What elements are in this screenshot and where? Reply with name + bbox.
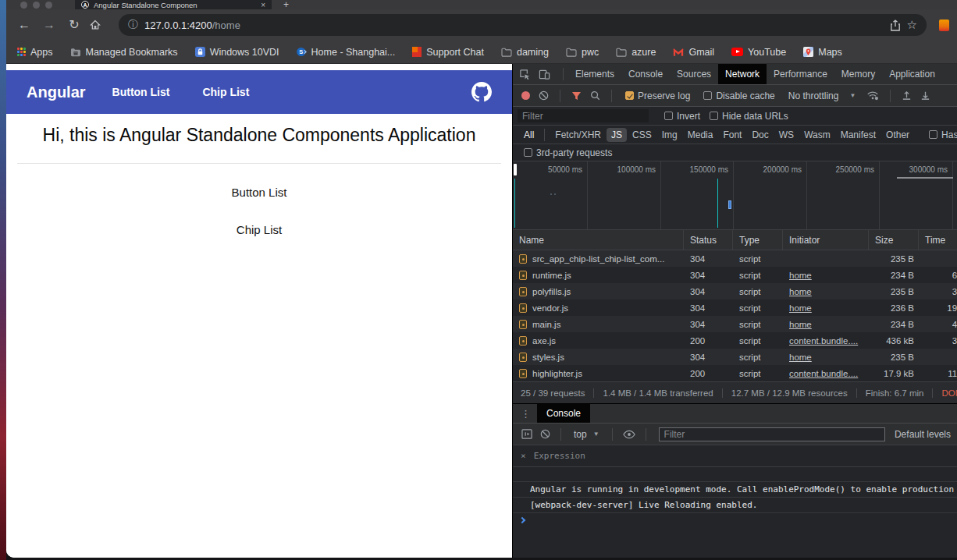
network-filter-input[interactable]: [518, 109, 649, 122]
traffic-light-zoom[interactable]: [45, 2, 52, 9]
traffic-light-minimize[interactable]: [33, 2, 40, 9]
col-type[interactable]: Type: [733, 230, 783, 250]
share-icon[interactable]: [890, 19, 901, 31]
has-blocked-cookies-checkbox[interactable]: Has blocked cookies: [929, 129, 957, 140]
disable-cache-checkbox[interactable]: Disable cache: [703, 90, 774, 101]
initiator-link[interactable]: home: [789, 320, 812, 329]
reload-button[interactable]: ↻: [64, 19, 84, 31]
record-network-log-icon[interactable]: [521, 91, 530, 100]
github-icon[interactable]: [471, 82, 492, 102]
page-info-icon[interactable]: ⓘ: [128, 18, 138, 32]
link-chip-list[interactable]: Chip List: [6, 223, 512, 236]
extension-icon[interactable]: [939, 19, 949, 31]
home-button[interactable]: [89, 19, 109, 31]
type-filter-font[interactable]: Font: [718, 128, 746, 142]
col-initiator[interactable]: Initiator: [783, 230, 869, 250]
col-status[interactable]: Status: [684, 230, 733, 250]
bookmark-youtube[interactable]: YouTube: [731, 47, 786, 58]
bookmark-managed-bookmarks[interactable]: Managed Bookmarks: [70, 47, 178, 58]
new-tab-button[interactable]: +: [283, 0, 289, 10]
bookmark-folder-pwc[interactable]: pwc: [566, 47, 599, 58]
initiator-link[interactable]: content.bundle....: [789, 336, 858, 346]
preserve-log-checkbox[interactable]: Preserve log: [625, 90, 690, 101]
col-size[interactable]: Size: [869, 230, 919, 250]
table-row[interactable]: axe.js 200 script content.bundle.... 436…: [513, 332, 957, 349]
tab-performance[interactable]: Performance: [767, 64, 834, 85]
nav-chip-list[interactable]: Chip List: [202, 86, 249, 98]
network-conditions-icon[interactable]: [866, 90, 879, 101]
import-har-icon[interactable]: [902, 90, 912, 101]
clear-console-icon[interactable]: [540, 429, 550, 439]
tab-elements[interactable]: Elements: [568, 64, 621, 85]
browser-tab[interactable]: A Angular Standalone Componen ×: [75, 0, 272, 9]
bookmark-home-sharepoint[interactable]: S Home - Shanghai...: [297, 47, 396, 58]
live-expression-row[interactable]: × Expression: [513, 445, 957, 467]
invert-checkbox[interactable]: Invert: [664, 111, 700, 122]
inspect-element-icon[interactable]: [519, 69, 531, 80]
bookmark-folder-azure[interactable]: azure: [616, 47, 656, 58]
device-toolbar-icon[interactable]: [539, 69, 550, 80]
type-filter-img[interactable]: Img: [657, 128, 682, 142]
type-filter-doc[interactable]: Doc: [747, 128, 773, 142]
more-options-icon[interactable]: ⋮: [521, 408, 531, 420]
bookmark-apps[interactable]: Apps: [17, 47, 53, 58]
console-sidebar-icon[interactable]: [521, 429, 532, 439]
initiator-link[interactable]: home: [789, 353, 812, 362]
tab-application[interactable]: Application: [882, 64, 942, 85]
type-filter-js[interactable]: JS: [607, 128, 627, 142]
link-button-list[interactable]: Button List: [6, 186, 512, 199]
bookmark-star-icon[interactable]: ☆: [907, 18, 917, 32]
initiator-link[interactable]: home: [789, 271, 812, 280]
initiator-link[interactable]: content.bundle....: [789, 369, 858, 378]
close-icon[interactable]: ×: [521, 451, 526, 461]
col-name[interactable]: Name: [513, 230, 684, 250]
type-filter-other[interactable]: Other: [881, 128, 914, 142]
filter-icon[interactable]: [571, 91, 582, 101]
timeline-selection-handle[interactable]: [514, 164, 517, 175]
back-button[interactable]: ←: [14, 19, 34, 31]
type-filter-wasm[interactable]: Wasm: [799, 128, 835, 142]
bookmark-folder-daming[interactable]: daming: [501, 47, 549, 58]
type-filter-ws[interactable]: WS: [774, 128, 799, 142]
type-filter-fetch-xhr[interactable]: Fetch/XHR: [550, 128, 606, 142]
bookmark-support-chat[interactable]: Support Chat: [412, 47, 484, 58]
export-har-icon[interactable]: [920, 90, 930, 101]
forward-button[interactable]: →: [39, 19, 59, 31]
live-expression-eye-icon[interactable]: [623, 430, 635, 439]
network-overview-timeline[interactable]: 50000 ms 100000 ms 150000 ms 200000 ms 2…: [513, 161, 957, 230]
table-row[interactable]: highlighter.js 200 script content.bundle…: [513, 365, 957, 381]
tab-network[interactable]: Network: [718, 64, 767, 85]
type-filter-all[interactable]: All: [519, 128, 539, 142]
third-party-requests-checkbox[interactable]: 3rd-party requests: [524, 147, 612, 158]
table-row[interactable]: styles.js 304 script home 235 B 4 ms: [513, 349, 957, 365]
console-filter-input[interactable]: [659, 427, 885, 441]
tab-close-icon[interactable]: ×: [261, 1, 265, 9]
search-icon[interactable]: [590, 90, 600, 101]
type-filter-media[interactable]: Media: [683, 128, 718, 142]
bookmark-gmail[interactable]: Gmail: [673, 47, 714, 58]
bookmark-windows-10vdi[interactable]: Windows 10VDI: [195, 47, 279, 58]
table-row[interactable]: vendor.js 304 script home 236 B 197 ms: [513, 299, 957, 316]
type-filter-css[interactable]: CSS: [628, 128, 656, 142]
table-row[interactable]: main.js 304 script home 234 B 44 ms: [513, 316, 957, 332]
console-prompt[interactable]: [513, 513, 957, 526]
address-bar[interactable]: ⓘ 127.0.0.1:4200/home ☆: [119, 14, 927, 36]
nav-button-list[interactable]: Button List: [112, 86, 170, 98]
traffic-light-close[interactable]: [20, 2, 27, 9]
table-row[interactable]: src_app_chip-list_chip-list_com... 304 s…: [513, 250, 957, 267]
initiator-link[interactable]: home: [789, 303, 812, 313]
tab-sources[interactable]: Sources: [670, 64, 718, 85]
clear-network-log-icon[interactable]: [539, 90, 549, 101]
initiator-link[interactable]: home: [789, 287, 812, 296]
type-filter-manifest[interactable]: Manifest: [836, 128, 881, 142]
hide-data-urls-checkbox[interactable]: Hide data URLs: [710, 111, 788, 122]
execution-context-dropdown[interactable]: top ▼: [574, 429, 599, 440]
console-drawer-tab[interactable]: Console: [537, 403, 590, 424]
tab-console[interactable]: Console: [621, 64, 670, 85]
log-levels-dropdown[interactable]: Default levels: [895, 429, 951, 440]
throttling-dropdown[interactable]: No throttling ▼: [788, 90, 856, 101]
col-time[interactable]: Time: [919, 230, 957, 250]
tab-memory[interactable]: Memory: [834, 64, 882, 85]
table-row[interactable]: polyfills.js 304 script home 235 B 33 ms: [513, 283, 957, 299]
table-row[interactable]: runtime.js 304 script home 234 B 62 ms: [513, 267, 957, 283]
